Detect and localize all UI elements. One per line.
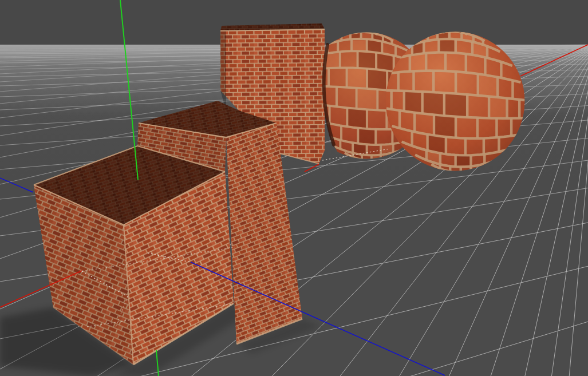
3d-viewport[interactable] [0,0,588,376]
scene-canvas [0,0,588,376]
